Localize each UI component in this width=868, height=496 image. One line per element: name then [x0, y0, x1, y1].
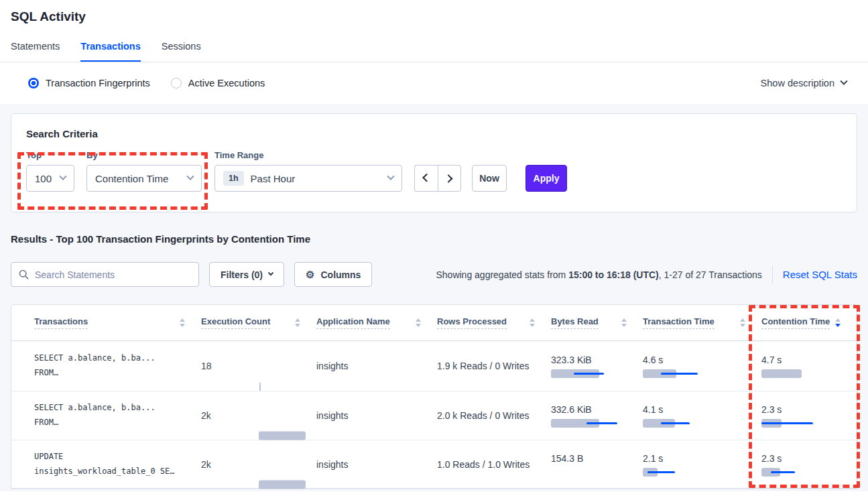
execution-count-cell: 2k [201, 391, 316, 440]
rows-processed-cell: 1.9 k Reads / 0 Writes [437, 360, 551, 372]
time-range-label: Time Range [214, 150, 402, 160]
transaction-time-cell: 2.1 s [643, 440, 761, 489]
by-label: By [86, 150, 202, 160]
previous-time-range-button[interactable] [414, 165, 438, 192]
transaction-fingerprint-link[interactable]: SELECT a.balance, b.ba... FROM… [34, 401, 201, 430]
time-range-value: Past Hour [251, 173, 296, 184]
contention-time-cell: 4.7 s [761, 341, 857, 391]
by-field-group: By Contention Time [86, 150, 202, 192]
transaction-fingerprint-link[interactable]: UPDATE insights_workload_table_0 SE… [34, 450, 201, 479]
columns-button[interactable]: ⚙ Columns [294, 262, 372, 287]
stats-area: Showing aggregated stats from 15:00 to 1… [436, 265, 857, 284]
chevron-down-icon [840, 78, 847, 85]
results-toolbar: Filters (0) ⚙ Columns Showing aggregated… [11, 262, 857, 287]
chevron-right-icon [444, 174, 453, 183]
page-header: SQL Activity Statements Transactions Ses… [0, 0, 868, 62]
apply-button[interactable]: Apply [525, 165, 567, 192]
table-row[interactable]: SELECT a.balance, b.ba... FROM… 18 insig… [11, 341, 857, 391]
radio-label: Transaction Fingerprints [46, 78, 150, 88]
time-range-select[interactable]: 1h Past Hour [214, 165, 402, 192]
bytes-read-bar [551, 419, 626, 428]
time-range-pager [414, 165, 461, 192]
application-name-cell: insights [316, 458, 437, 471]
bytes-read-cell: 332.6 KiB [551, 391, 643, 440]
contention-time-cell: 2.3 s [761, 440, 857, 489]
column-header-contention-time[interactable]: Contention Time [761, 316, 857, 329]
column-header-rows-processed[interactable]: Rows Processed [437, 316, 551, 329]
tab-statements[interactable]: Statements [11, 41, 60, 62]
search-criteria-heading: Search Criteria [26, 128, 842, 139]
execution-count-bar [259, 431, 334, 440]
search-statements-input[interactable] [35, 269, 191, 280]
aggregated-stats-text: Showing aggregated stats from 15:00 to 1… [436, 269, 761, 280]
sort-icon[interactable] [835, 318, 841, 327]
table-row[interactable]: UPDATE insights_workload_table_0 SE… 2k … [11, 440, 857, 489]
sort-icon[interactable] [621, 318, 627, 327]
sort-icon[interactable] [530, 318, 535, 327]
show-description-toggle[interactable]: Show description [761, 78, 847, 88]
results-heading: Results - Top 100 Transaction Fingerprin… [11, 233, 857, 245]
chevron-down-icon [186, 173, 194, 180]
filters-label: Filters (0) [221, 269, 263, 280]
bytes-read-cell: 154.3 B [551, 440, 643, 489]
time-range-field-group: Time Range 1h Past Hour [214, 150, 402, 192]
contention-time-bar [761, 468, 836, 477]
transaction-time-bar [643, 419, 718, 428]
execution-count-cell: 18 [201, 341, 316, 391]
column-header-transaction-time[interactable]: Transaction Time [643, 316, 761, 329]
stats-time-range: 15:00 to 16:18 (UTC) [568, 269, 659, 280]
execution-count-bar [259, 480, 334, 489]
transaction-fingerprint-link[interactable]: SELECT a.balance, b.ba... FROM… [34, 351, 201, 380]
bytes-read-bar [551, 468, 626, 477]
search-statements-box[interactable] [11, 262, 199, 287]
by-select[interactable]: Contention Time [86, 165, 202, 192]
rows-processed-cell: 2.0 k Reads / 0 Writes [437, 410, 551, 422]
transaction-time-cell: 4.6 s [643, 341, 761, 391]
chevron-left-icon [422, 173, 431, 182]
gear-icon: ⚙ [306, 269, 314, 280]
bytes-read-cell: 323.3 KiB [551, 341, 643, 391]
chevron-down-icon [268, 269, 273, 275]
execution-count-cell: 2k [201, 440, 316, 489]
sort-icon[interactable] [416, 318, 421, 327]
contention-time-bar [761, 419, 836, 428]
main-content: Search Criteria Top 100 By Contention Ti… [0, 104, 868, 491]
column-header-application-name[interactable]: Application Name [316, 316, 437, 329]
application-name-cell: insights [316, 410, 437, 422]
filters-button[interactable]: Filters (0) [209, 262, 284, 287]
execution-count-bar [259, 382, 334, 391]
transaction-time-bar [643, 468, 718, 477]
radio-unselected-icon[interactable] [171, 78, 182, 88]
show-description-label: Show description [761, 78, 834, 88]
contention-time-bar [761, 369, 836, 378]
next-time-range-button[interactable] [438, 165, 461, 192]
search-icon [19, 269, 29, 280]
reset-sql-stats-link[interactable]: Reset SQL Stats [783, 269, 857, 280]
column-header-execution-count[interactable]: Execution Count [201, 316, 316, 329]
view-toggle-bar: Transaction Fingerprints Active Executio… [0, 62, 868, 104]
top-select[interactable]: 100 [26, 165, 74, 192]
tab-bar: Statements Transactions Sessions [11, 41, 857, 62]
tab-sessions[interactable]: Sessions [162, 41, 201, 62]
rows-processed-cell: 1.0 Reads / 1.0 Writes [437, 458, 551, 471]
tab-transactions[interactable]: Transactions [80, 41, 140, 62]
application-name-cell: insights [316, 360, 437, 372]
table-header-row: Transactions Execution Count Application… [11, 305, 857, 341]
radio-transaction-fingerprints[interactable]: Transaction Fingerprints [28, 78, 150, 88]
radio-label: Active Executions [188, 78, 265, 88]
radio-active-executions[interactable]: Active Executions [171, 78, 265, 88]
now-button[interactable]: Now [472, 165, 507, 192]
time-range-badge: 1h [223, 171, 244, 186]
sort-icon[interactable] [740, 318, 745, 327]
transaction-time-cell: 4.1 s [643, 391, 761, 440]
table-row[interactable]: SELECT a.balance, b.ba... FROM… 2k insig… [11, 391, 857, 440]
sort-icon[interactable] [180, 318, 185, 327]
radio-selected-icon[interactable] [28, 78, 39, 88]
chevron-down-icon [387, 173, 394, 180]
top-select-value: 100 [35, 173, 52, 184]
vertical-divider [772, 265, 773, 284]
sort-icon[interactable] [295, 318, 300, 327]
top-field-group: Top 100 [26, 150, 74, 192]
column-header-bytes-read[interactable]: Bytes Read [551, 316, 643, 329]
column-header-transactions[interactable]: Transactions [34, 316, 201, 329]
